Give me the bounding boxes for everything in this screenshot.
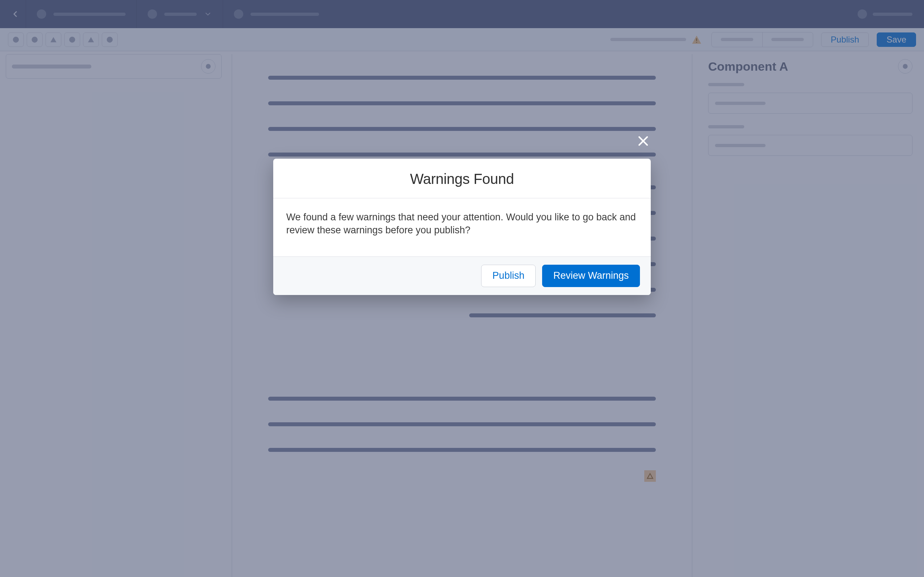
modal-close-button[interactable] (634, 132, 652, 150)
modal-title: Warnings Found (273, 159, 651, 198)
modal-review-warnings-button[interactable]: Review Warnings (542, 265, 640, 287)
modal-publish-button[interactable]: Publish (481, 265, 536, 287)
modal-body-text: We found a few warnings that need your a… (273, 198, 651, 256)
modal-wrapper: Warnings Found We found a few warnings t… (273, 159, 651, 295)
warnings-modal: Warnings Found We found a few warnings t… (273, 159, 651, 295)
close-icon (636, 134, 650, 148)
modal-overlay: Warnings Found We found a few warnings t… (0, 0, 924, 577)
modal-footer: Publish Review Warnings (273, 256, 651, 295)
